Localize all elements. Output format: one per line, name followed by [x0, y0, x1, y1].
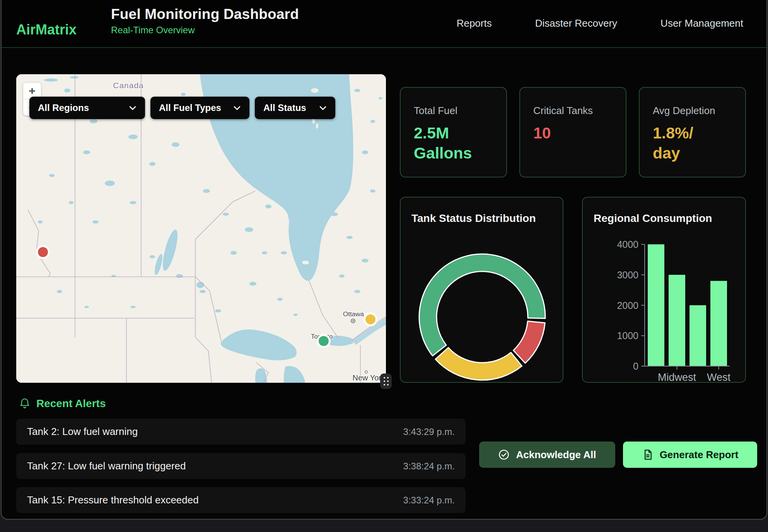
- alert-time: 3:38:24 p.m.: [403, 461, 455, 472]
- bell-icon: [19, 397, 31, 410]
- document-icon: [642, 449, 654, 460]
- stat-label: Avg Depletion: [653, 105, 732, 117]
- bar: [669, 275, 685, 366]
- donut-segment: [514, 321, 545, 363]
- map-marker-critical[interactable]: [37, 246, 49, 258]
- fuel-type-filter-value: All Fuel Types: [159, 102, 221, 113]
- bar: [648, 244, 664, 366]
- generate-report-label: Generate Report: [660, 449, 739, 461]
- donut-segment: [435, 348, 522, 380]
- brand-logo: AirMatrix: [16, 22, 77, 38]
- page-title: Fuel Monitoring Dashboard: [111, 6, 299, 22]
- chevron-down-icon: [129, 105, 137, 111]
- alert-time: 3:33:24 p.m.: [403, 495, 455, 506]
- acknowledge-all-button[interactable]: Acknowledge All: [479, 442, 615, 468]
- fuel-type-filter-dropdown[interactable]: All Fuel Types: [150, 97, 249, 119]
- main-nav: Reports Disaster Recovery User Managemen…: [457, 17, 743, 29]
- status-filter-dropdown[interactable]: All Status: [255, 97, 335, 119]
- stat-label: Total Fuel: [414, 105, 493, 117]
- alerts-header: Recent Alerts: [19, 397, 106, 410]
- acknowledge-all-label: Acknowledge All: [516, 449, 596, 461]
- alert-row: Tank 27: Low fuel warning triggered 3:38…: [16, 453, 466, 479]
- alert-row: Tank 2: Low fuel warning 3:43:29 p.m.: [16, 419, 466, 445]
- map-filters: All Regions All Fuel Types All Status: [29, 97, 335, 119]
- stat-value: 1.8%/ day: [653, 123, 732, 163]
- map-marker-normal[interactable]: [318, 335, 330, 347]
- stat-value: 10: [533, 123, 613, 143]
- map-container: Canada Ottawa Toronto New York + −: [16, 74, 386, 383]
- map-canvas: Canada Ottawa Toronto New York: [16, 74, 386, 383]
- bar-chart: 01000200030004000MidwestWest: [583, 198, 747, 384]
- region-filter-value: All Regions: [38, 102, 89, 113]
- bar-category-label: Midwest: [658, 372, 696, 383]
- bar-ytick: 3000: [617, 269, 638, 280]
- header: AirMatrix Fuel Monitoring Dashboard Real…: [2, 0, 766, 48]
- bar-ytick: 4000: [617, 239, 638, 250]
- dashboard-panel: AirMatrix Fuel Monitoring Dashboard Real…: [1, 0, 767, 520]
- alerts-title: Recent Alerts: [36, 397, 106, 410]
- map-island: [302, 261, 309, 264]
- alert-message: Tank 27: Low fuel warning triggered: [27, 460, 186, 472]
- chevron-down-icon: [319, 105, 327, 111]
- map-label-canada: Canada: [113, 81, 144, 90]
- stat-card-critical-tanks: Critical Tanks 10: [519, 87, 626, 177]
- nav-disaster-recovery[interactable]: Disaster Recovery: [535, 17, 617, 29]
- stat-card-avg-depletion: Avg Depletion 1.8%/ day: [639, 87, 746, 177]
- bar-ytick: 1000: [617, 330, 638, 341]
- map-viewport[interactable]: Canada Ottawa Toronto New York: [16, 74, 386, 383]
- region-filter-dropdown[interactable]: All Regions: [29, 97, 145, 119]
- nav-user-management[interactable]: User Management: [660, 17, 743, 29]
- bar-ytick: 2000: [617, 300, 638, 311]
- map-lake: [196, 282, 204, 288]
- alert-message: Tank 15: Pressure threshold exceeded: [27, 494, 199, 506]
- stat-label: Critical Tanks: [533, 105, 613, 117]
- map-island: [316, 123, 318, 129]
- chevron-down-icon: [233, 105, 241, 111]
- check-circle-icon: [498, 449, 510, 460]
- stat-value: 2.5M Gallons: [414, 123, 493, 163]
- map-label-ottawa: Ottawa: [343, 310, 364, 318]
- nav-reports[interactable]: Reports: [457, 17, 492, 29]
- alert-message: Tank 2: Low fuel warning: [27, 426, 138, 438]
- alert-time: 3:43:29 p.m.: [403, 426, 455, 437]
- title-block: Fuel Monitoring Dashboard Real-Time Over…: [111, 6, 299, 36]
- map-island: [311, 88, 319, 93]
- bar-ytick: 0: [633, 361, 638, 372]
- bar: [689, 305, 706, 367]
- tank-status-card: Tank Status Distribution: [400, 197, 563, 383]
- generate-report-button[interactable]: Generate Report: [623, 442, 757, 468]
- alert-row: Tank 15: Pressure threshold exceeded 3:3…: [16, 487, 466, 513]
- page-subtitle: Real-Time Overview: [111, 25, 299, 36]
- status-filter-value: All Status: [263, 102, 306, 113]
- map-marker-warning[interactable]: [365, 314, 377, 326]
- regional-consumption-card: Regional Consumption 01000200030004000Mi…: [582, 197, 746, 383]
- bar: [710, 281, 727, 367]
- stats-row: Total Fuel 2.5M Gallons Critical Tanks 1…: [400, 87, 746, 177]
- bar-category-label: West: [707, 372, 731, 383]
- donut-chart: [401, 198, 564, 384]
- stat-card-total-fuel: Total Fuel 2.5M Gallons: [400, 87, 507, 177]
- map-drag-handle-icon[interactable]: [380, 373, 392, 389]
